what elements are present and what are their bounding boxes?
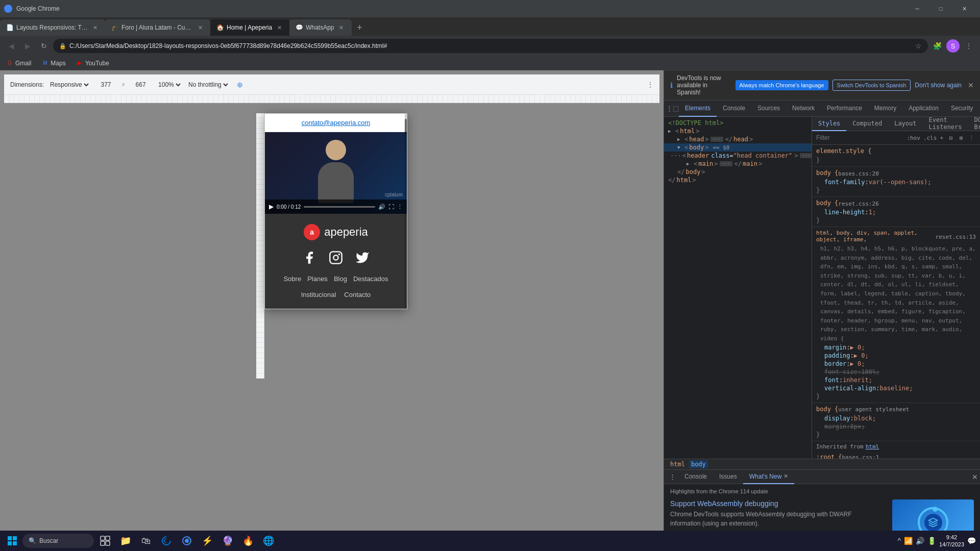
address-bar[interactable]: 🔒 C:/Users/StarMedia/Desktop/1828-layout… <box>53 39 928 53</box>
devtools-settings-icon[interactable]: ⋮ <box>666 103 673 115</box>
match-language-button[interactable]: Always match Chrome's language <box>736 80 828 90</box>
tab-4[interactable]: 💬 WhatsApp ✕ <box>289 19 351 36</box>
bookmark-youtube[interactable]: ▶ YouTube <box>74 59 111 68</box>
subtab-layout[interactable]: Layout <box>888 117 922 131</box>
body-arrow[interactable]: ▼ <box>677 145 683 150</box>
chrome-app[interactable] <box>178 532 196 550</box>
bottom-tab-issues[interactable]: Issues <box>713 470 743 484</box>
tab-3[interactable]: 🏠 Home | Apeperia ✕ <box>210 19 289 36</box>
video-more-button[interactable]: ⋮ <box>397 204 403 210</box>
sensors-button[interactable]: ⊕ <box>234 79 246 91</box>
filter-icon-1[interactable]: ⊡ <box>946 133 955 142</box>
nav-destacados[interactable]: Destacados <box>353 275 388 283</box>
tab-memory[interactable]: Memory <box>868 101 902 117</box>
tab-application[interactable]: Application <box>902 101 945 117</box>
sound-icon[interactable]: 🔊 <box>916 537 924 545</box>
breadcrumb-body[interactable]: body <box>689 460 708 468</box>
dom-html[interactable]: ▶ <html> <box>664 127 812 135</box>
notifications-icon[interactable]: 💬 <box>967 537 976 545</box>
device-mode-select[interactable]: Responsive <box>48 81 90 89</box>
nav-contacto[interactable]: Contacto <box>344 291 371 298</box>
zoom-select[interactable]: 100% <box>156 81 182 89</box>
html-arrow[interactable]: ▶ <box>668 129 674 134</box>
header-expand[interactable]: ··· <box>800 153 812 158</box>
tab-elements[interactable]: Elements <box>679 101 717 117</box>
extensions-button[interactable]: 🧩 <box>930 39 944 53</box>
volume-button[interactable]: 🔊 <box>378 204 385 210</box>
tab-performance[interactable]: Performance <box>821 101 868 117</box>
console-settings-icon[interactable]: ⋮ <box>666 471 678 483</box>
subtab-dom-breakpoints[interactable]: DOM Breakpoints <box>968 117 980 131</box>
tab-security[interactable]: Security <box>945 101 979 117</box>
dont-show-again-link[interactable]: Don't show again <box>915 82 962 89</box>
tab-close-4[interactable]: ✕ <box>337 23 346 32</box>
start-button[interactable] <box>4 533 20 549</box>
tab-1[interactable]: 📄 Layouts Responsivos: Trabajand... ✕ <box>0 19 105 36</box>
files-app[interactable]: 📁 <box>116 532 135 550</box>
edge-app[interactable] <box>157 532 176 550</box>
dom-header[interactable]: ··· <header class="head container" > ···… <box>664 152 812 160</box>
forward-button[interactable]: ▶ <box>20 39 35 53</box>
main-arrow[interactable]: ▶ <box>687 161 693 166</box>
facebook-icon[interactable] <box>300 248 318 267</box>
switch-spanish-button[interactable]: Switch DevTools to Spanish <box>832 80 911 91</box>
tab-2[interactable]: 🎓 Foro | Alura Latam - Cursos onli... ✕ <box>105 19 210 36</box>
more-button[interactable]: ⋮ <box>962 39 976 53</box>
mobile-scrollbar[interactable] <box>405 114 407 309</box>
bookmark-maps[interactable]: M Maps <box>39 59 67 68</box>
network-icon[interactable]: 📶 <box>904 537 913 545</box>
classes-button[interactable]: .cls <box>923 135 937 141</box>
tab-close-2[interactable]: ✕ <box>196 23 204 32</box>
profile-button[interactable]: S <box>946 39 960 53</box>
resize-handle[interactable]: = = = <box>264 309 407 315</box>
app-8[interactable]: 🔥 <box>239 532 257 550</box>
close-button[interactable]: ✕ <box>952 0 976 17</box>
more-options-button[interactable]: ⋮ <box>647 81 653 88</box>
inherited-from-link[interactable]: html <box>866 443 879 450</box>
chevron-up-icon[interactable]: ^ <box>897 537 901 545</box>
pseudo-states-button[interactable]: :hov <box>906 135 920 141</box>
nav-institucional[interactable]: Institucional <box>301 291 336 298</box>
twitter-icon[interactable] <box>353 248 372 267</box>
whats-new-close[interactable]: ✕ <box>783 473 788 480</box>
maximize-button[interactable]: □ <box>929 0 952 17</box>
tab-network[interactable]: Network <box>786 101 821 117</box>
head-expand-badge[interactable]: ··· <box>710 137 723 142</box>
git-app[interactable]: 🔮 <box>218 532 237 550</box>
nav-sobre[interactable]: Sobre <box>283 275 301 283</box>
bookmark-star-icon[interactable]: ☆ <box>915 42 922 50</box>
styles-filter-input[interactable] <box>816 134 903 141</box>
devtools-inspect-icon[interactable]: ⬚ <box>673 103 679 115</box>
filter-icon-3[interactable]: ⋮ <box>967 133 976 142</box>
filter-icon-2[interactable]: ⊞ <box>957 133 966 142</box>
bottom-panel-close[interactable]: ✕ <box>972 473 978 481</box>
taskview-app[interactable] <box>96 532 114 550</box>
nav-blog[interactable]: Blog <box>334 275 347 283</box>
height-input[interactable] <box>129 81 152 88</box>
nav-planes[interactable]: Planes <box>307 275 328 283</box>
tab-sources[interactable]: Sources <box>751 101 786 117</box>
head-arrow[interactable]: ▶ <box>677 137 683 142</box>
instagram-icon[interactable] <box>327 248 345 267</box>
system-clock[interactable]: 9:42 14/7/2023 <box>939 534 964 548</box>
subtab-event-listeners[interactable]: Event Listeners <box>923 117 968 131</box>
dom-head-collapsed[interactable]: ▶ <head> ··· </head> <box>664 135 812 143</box>
battery-icon[interactable]: 🔋 <box>927 537 936 545</box>
subtab-styles[interactable]: Styles <box>812 117 846 131</box>
main-expand[interactable]: ··· <box>720 161 732 166</box>
bottom-tab-console[interactable]: Console <box>678 470 713 484</box>
vscode-app[interactable]: ⚡ <box>198 532 216 550</box>
new-tab-button[interactable]: + <box>352 19 368 36</box>
dom-body-expanded[interactable]: ▼ <body> == $0 <box>664 143 812 152</box>
search-bar[interactable]: 🔍 Buscar <box>22 534 94 548</box>
wni-title-1[interactable]: Support WebAssembly debugging <box>670 499 882 508</box>
notification-close-button[interactable]: ✕ <box>968 81 974 89</box>
tab-close-1[interactable]: ✕ <box>91 23 99 32</box>
app-9[interactable]: 🌐 <box>259 532 278 550</box>
bookmark-gmail[interactable]: G Gmail <box>4 59 33 68</box>
video-progress[interactable] <box>304 206 375 208</box>
tab-console[interactable]: Console <box>717 101 751 117</box>
subtab-computed[interactable]: Computed <box>846 117 888 131</box>
play-button[interactable]: ▶ <box>269 203 274 210</box>
back-button[interactable]: ◀ <box>4 39 18 53</box>
